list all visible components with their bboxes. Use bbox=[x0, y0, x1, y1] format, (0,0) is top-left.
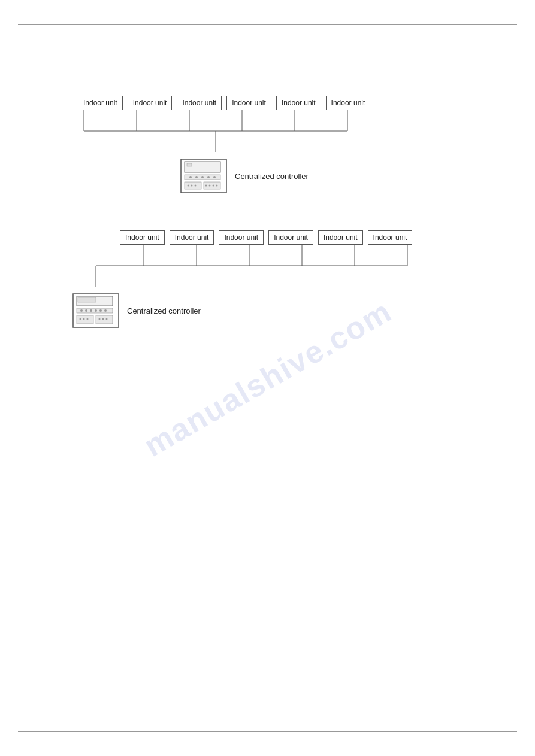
svg-point-39 bbox=[80, 309, 83, 312]
svg-point-48 bbox=[83, 318, 85, 320]
svg-point-40 bbox=[85, 309, 87, 312]
bottom-border bbox=[18, 731, 517, 733]
svg-rect-9 bbox=[185, 162, 220, 172]
units-row-2: Indoor unit Indoor unit Indoor unit Indo… bbox=[120, 230, 449, 245]
controller-device-1 bbox=[180, 158, 228, 194]
controller-device-2 bbox=[72, 293, 120, 329]
svg-point-52 bbox=[106, 318, 108, 320]
svg-point-22 bbox=[205, 185, 207, 187]
controller-label-2: Centralized controller bbox=[127, 306, 201, 315]
indoor-unit-2-1: Indoor unit bbox=[120, 230, 165, 245]
svg-point-23 bbox=[209, 185, 211, 187]
controller-label-1: Centralized controller bbox=[235, 172, 309, 181]
top-border bbox=[18, 24, 517, 25]
indoor-unit-2-4: Indoor unit bbox=[268, 230, 313, 245]
indoor-unit-2-5: Indoor unit bbox=[318, 230, 363, 245]
controller-area-1: Centralized controller bbox=[168, 158, 425, 194]
svg-point-50 bbox=[99, 318, 101, 320]
svg-point-20 bbox=[191, 185, 193, 187]
svg-rect-37 bbox=[78, 297, 96, 302]
diagram1: Indoor unit Indoor unit Indoor unit Indo… bbox=[60, 96, 425, 194]
svg-rect-45 bbox=[77, 315, 93, 324]
indoor-unit-1-6: Indoor unit bbox=[326, 96, 371, 110]
svg-point-15 bbox=[207, 176, 210, 178]
svg-point-42 bbox=[95, 309, 97, 312]
svg-point-25 bbox=[216, 185, 218, 187]
svg-point-47 bbox=[80, 318, 81, 320]
svg-rect-17 bbox=[185, 182, 201, 189]
indoor-unit-1-2: Indoor unit bbox=[128, 96, 173, 110]
svg-point-41 bbox=[90, 309, 92, 312]
svg-point-16 bbox=[213, 176, 216, 178]
svg-point-43 bbox=[99, 309, 102, 312]
indoor-unit-1-4: Indoor unit bbox=[226, 96, 271, 110]
svg-point-13 bbox=[195, 176, 198, 178]
svg-rect-46 bbox=[96, 315, 113, 324]
indoor-unit-2-3: Indoor unit bbox=[219, 230, 264, 245]
units-row-1: Indoor unit Indoor unit Indoor unit Indo… bbox=[78, 96, 425, 110]
indoor-unit-2-2: Indoor unit bbox=[170, 230, 214, 245]
connector-svg-2 bbox=[60, 245, 449, 293]
indoor-unit-2-6: Indoor unit bbox=[368, 230, 413, 245]
indoor-unit-1-3: Indoor unit bbox=[177, 96, 222, 110]
svg-point-12 bbox=[189, 176, 192, 178]
controller-area-2: Centralized controller bbox=[60, 293, 449, 329]
svg-point-51 bbox=[102, 318, 104, 320]
svg-point-21 bbox=[195, 185, 197, 187]
connector-svg-1 bbox=[60, 110, 425, 158]
svg-point-14 bbox=[201, 176, 204, 178]
indoor-unit-1-5: Indoor unit bbox=[276, 96, 321, 110]
svg-point-24 bbox=[213, 185, 214, 187]
svg-point-19 bbox=[188, 185, 189, 187]
svg-rect-10 bbox=[187, 163, 192, 166]
diagram2: Indoor unit Indoor unit Indoor unit Indo… bbox=[60, 230, 449, 329]
indoor-unit-1-1: Indoor unit bbox=[78, 96, 123, 110]
svg-point-44 bbox=[104, 309, 107, 312]
svg-point-49 bbox=[87, 318, 89, 320]
